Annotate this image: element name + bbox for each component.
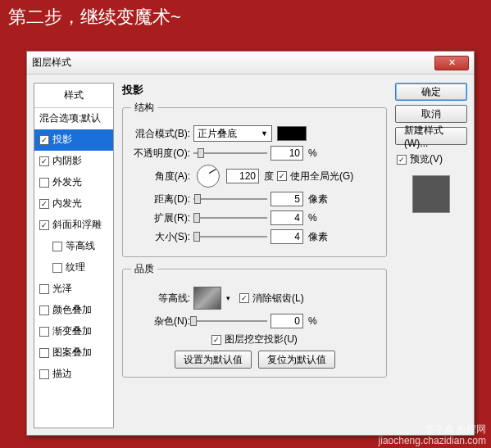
styles-checkbox-9[interactable] <box>39 305 49 315</box>
size-unit: 像素 <box>308 230 328 244</box>
noise-slider[interactable] <box>193 315 267 327</box>
styles-checkbox-3[interactable] <box>39 178 49 188</box>
styles-item-label: 描边 <box>52 367 72 381</box>
shadow-color-swatch[interactable] <box>277 126 307 141</box>
reset-default-button[interactable]: 复位为默认值 <box>258 351 335 369</box>
distance-unit: 像素 <box>308 192 328 206</box>
close-button[interactable]: ✕ <box>434 56 469 70</box>
quality-legend: 品质 <box>131 262 157 276</box>
watermark: 查字典 教程网 jiaocheng.chazidian.com <box>379 423 486 446</box>
styles-item-9[interactable]: 颜色叠加 <box>34 300 113 321</box>
size-row: 大小(S): 像素 <box>131 229 378 244</box>
opacity-label: 不透明度(O): <box>131 147 190 161</box>
spread-row: 扩展(R): % <box>131 210 378 225</box>
styles-item-12[interactable]: 描边 <box>34 364 113 385</box>
styles-item-label: 图案叠加 <box>52 346 92 360</box>
blend-mode-value: 正片叠底 <box>198 127 237 141</box>
contour-label: 等高线: <box>131 292 190 305</box>
preview-label: 预览(V) <box>410 152 443 166</box>
styles-item-label: 光泽 <box>52 282 72 296</box>
distance-label: 距离(D): <box>131 192 190 206</box>
styles-item-0[interactable]: 混合选项:默认 <box>34 108 113 129</box>
preview-row: 预览(V) <box>395 152 467 166</box>
styles-item-label: 颜色叠加 <box>52 303 92 317</box>
spread-input[interactable] <box>271 210 303 225</box>
styles-item-7[interactable]: 纹理 <box>34 257 113 278</box>
global-light-label: 使用全局光(G) <box>290 170 353 183</box>
styles-item-2[interactable]: 内阴影 <box>34 151 113 172</box>
styles-checkbox-6[interactable] <box>52 242 62 251</box>
effect-title: 投影 <box>122 83 387 97</box>
styles-item-label: 斜面和浮雕 <box>52 218 102 232</box>
spread-slider[interactable] <box>193 212 267 224</box>
styles-item-6[interactable]: 等高线 <box>34 236 113 257</box>
spread-unit: % <box>308 212 317 224</box>
spread-label: 扩展(R): <box>131 211 190 225</box>
styles-item-8[interactable]: 光泽 <box>34 278 113 300</box>
dialog-title: 图层样式 <box>32 56 434 70</box>
contour-picker[interactable] <box>193 287 221 310</box>
right-panel: 确定 取消 新建样式(W)... 预览(V) <box>395 83 467 428</box>
watermark-line2: jiaocheng.chazidian.com <box>379 435 486 446</box>
opacity-unit: % <box>308 147 317 159</box>
opacity-input[interactable] <box>271 146 303 161</box>
styles-checkbox-11[interactable] <box>39 348 49 358</box>
styles-item-label: 外发光 <box>52 175 82 189</box>
styles-checkbox-8[interactable] <box>39 284 49 294</box>
knockout-checkbox[interactable] <box>211 335 221 345</box>
styles-item-label: 混合选项:默认 <box>39 111 101 125</box>
styles-item-1[interactable]: 投影 <box>34 129 113 151</box>
close-icon: ✕ <box>448 57 456 68</box>
distance-row: 距离(D): 像素 <box>131 192 378 206</box>
distance-slider[interactable] <box>193 193 267 205</box>
styles-item-3[interactable]: 外发光 <box>34 172 113 193</box>
opacity-slider[interactable] <box>193 147 267 159</box>
styles-item-label: 内发光 <box>52 197 82 210</box>
styles-checkbox-12[interactable] <box>39 369 49 379</box>
styles-checkbox-1[interactable] <box>39 135 49 145</box>
angle-input[interactable] <box>226 169 259 183</box>
size-slider[interactable] <box>193 231 267 242</box>
noise-row: 杂色(N): % <box>131 314 378 328</box>
distance-input[interactable] <box>271 192 303 206</box>
angle-unit: 度 <box>264 170 274 183</box>
new-style-button[interactable]: 新建样式(W)... <box>395 127 467 145</box>
styles-panel: 样式 混合选项:默认投影内阴影外发光内发光斜面和浮雕等高线纹理光泽颜色叠加渐变叠… <box>34 83 114 428</box>
styles-item-5[interactable]: 斜面和浮雕 <box>34 215 113 236</box>
angle-row: 角度(A): 度 使用全局光(G) <box>131 165 378 188</box>
preview-checkbox[interactable] <box>397 155 407 165</box>
size-input[interactable] <box>271 229 303 244</box>
blend-mode-label: 混合模式(B): <box>131 127 190 141</box>
main-panel: 投影 结构 混合模式(B): 正片叠底 ▼ 不透明度(O): % <box>119 83 390 428</box>
size-label: 大小(S): <box>131 230 190 244</box>
blend-mode-dropdown[interactable]: 正片叠底 ▼ <box>193 125 272 142</box>
antialias-checkbox[interactable] <box>239 293 249 303</box>
set-default-button[interactable]: 设置为默认值 <box>175 351 252 369</box>
chevron-down-icon: ▼ <box>261 129 268 138</box>
styles-checkbox-10[interactable] <box>39 327 49 337</box>
styles-item-4[interactable]: 内发光 <box>34 193 113 215</box>
ok-button[interactable]: 确定 <box>395 83 467 101</box>
angle-dial[interactable] <box>197 165 220 188</box>
styles-list: 混合选项:默认投影内阴影外发光内发光斜面和浮雕等高线纹理光泽颜色叠加渐变叠加图案… <box>34 108 113 385</box>
structure-legend: 结构 <box>131 101 157 115</box>
styles-checkbox-2[interactable] <box>39 156 49 166</box>
styles-checkbox-5[interactable] <box>39 220 49 230</box>
styles-item-label: 纹理 <box>66 260 85 274</box>
cancel-button[interactable]: 取消 <box>395 105 467 123</box>
noise-input[interactable] <box>271 314 303 328</box>
styles-checkbox-7[interactable] <box>52 263 62 273</box>
blend-mode-row: 混合模式(B): 正片叠底 ▼ <box>131 125 378 142</box>
styles-item-label: 渐变叠加 <box>52 324 92 338</box>
contour-row: 等高线: 消除锯齿(L) <box>131 287 378 310</box>
styles-checkbox-4[interactable] <box>39 199 49 209</box>
noise-label: 杂色(N): <box>131 315 190 328</box>
styles-item-label: 投影 <box>52 133 72 147</box>
layer-style-dialog: 图层样式 ✕ 样式 混合选项:默认投影内阴影外发光内发光斜面和浮雕等高线纹理光泽… <box>26 51 475 436</box>
knockout-row: 图层挖空投影(U) <box>131 333 378 346</box>
structure-group: 结构 混合模式(B): 正片叠底 ▼ 不透明度(O): % 角度( <box>122 101 387 257</box>
global-light-checkbox[interactable] <box>277 171 287 181</box>
styles-item-11[interactable]: 图案叠加 <box>34 342 113 364</box>
styles-item-label: 内阴影 <box>52 154 82 168</box>
styles-item-10[interactable]: 渐变叠加 <box>34 321 113 342</box>
